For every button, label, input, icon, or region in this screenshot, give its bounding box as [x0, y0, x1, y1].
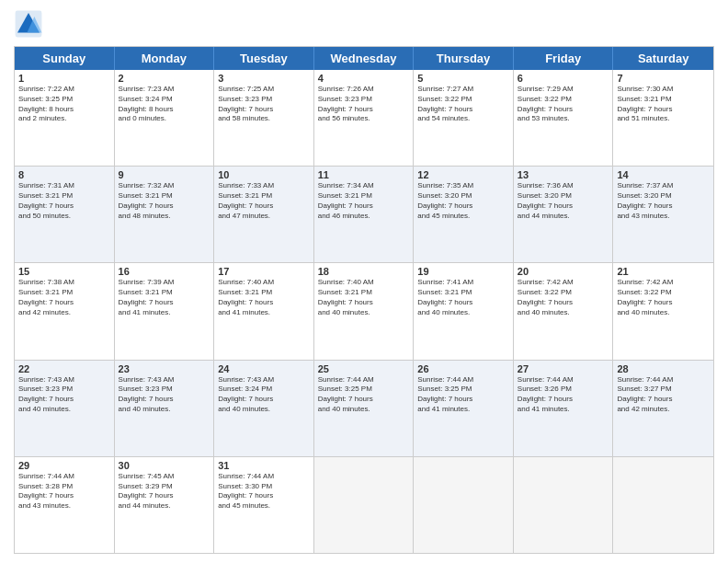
- day-cell-6: 6Sunrise: 7:29 AMSunset: 3:22 PMDaylight…: [514, 70, 614, 166]
- day-number: 12: [417, 169, 509, 180]
- calendar-week-4: 22Sunrise: 7:43 AMSunset: 3:23 PMDayligh…: [15, 360, 713, 456]
- day-number: 1: [18, 73, 110, 84]
- header-day-tuesday: Tuesday: [214, 47, 314, 70]
- day-info: Sunrise: 7:44 AMSunset: 3:28 PMDaylight:…: [18, 472, 110, 511]
- day-number: 20: [518, 266, 609, 277]
- day-info: Sunrise: 7:42 AMSunset: 3:22 PMDaylight:…: [617, 278, 710, 317]
- day-number: 6: [518, 73, 609, 84]
- day-info: Sunrise: 7:36 AMSunset: 3:20 PMDaylight:…: [518, 181, 609, 221]
- day-info: Sunrise: 7:33 AMSunset: 3:21 PMDaylight:…: [218, 181, 310, 221]
- day-number: 27: [518, 363, 609, 374]
- day-number: 21: [617, 266, 710, 277]
- day-info: Sunrise: 7:43 AMSunset: 3:23 PMDaylight:…: [119, 375, 210, 415]
- day-info: Sunrise: 7:25 AMSunset: 3:23 PMDaylight:…: [218, 85, 310, 124]
- calendar-week-5: 29Sunrise: 7:44 AMSunset: 3:28 PMDayligh…: [15, 456, 713, 553]
- day-info: Sunrise: 7:41 AMSunset: 3:21 PMDaylight:…: [417, 278, 509, 317]
- day-cell-13: 13Sunrise: 7:36 AMSunset: 3:20 PMDayligh…: [514, 167, 614, 262]
- day-info: Sunrise: 7:26 AMSunset: 3:23 PMDaylight:…: [318, 85, 410, 124]
- day-number: 16: [119, 266, 210, 277]
- empty-cell: [514, 457, 614, 553]
- day-number: 28: [617, 363, 710, 374]
- day-cell-24: 24Sunrise: 7:43 AMSunset: 3:24 PMDayligh…: [214, 361, 314, 456]
- day-info: Sunrise: 7:31 AMSunset: 3:21 PMDaylight:…: [18, 181, 110, 221]
- day-cell-20: 20Sunrise: 7:42 AMSunset: 3:22 PMDayligh…: [514, 263, 614, 359]
- day-cell-12: 12Sunrise: 7:35 AMSunset: 3:20 PMDayligh…: [414, 167, 514, 262]
- day-number: 8: [18, 169, 110, 180]
- empty-cell: [414, 457, 514, 553]
- day-info: Sunrise: 7:38 AMSunset: 3:21 PMDaylight:…: [18, 278, 110, 317]
- logo: [14, 9, 47, 39]
- logo-icon: [14, 9, 43, 39]
- day-info: Sunrise: 7:43 AMSunset: 3:24 PMDaylight:…: [218, 375, 310, 415]
- day-cell-3: 3Sunrise: 7:25 AMSunset: 3:23 PMDaylight…: [214, 70, 314, 166]
- header-day-monday: Monday: [115, 47, 215, 70]
- day-number: 13: [518, 169, 609, 180]
- day-info: Sunrise: 7:37 AMSunset: 3:20 PMDaylight:…: [617, 181, 710, 221]
- day-number: 22: [18, 363, 110, 374]
- day-number: 29: [18, 460, 110, 471]
- day-number: 3: [218, 73, 310, 84]
- empty-cell: [613, 457, 713, 553]
- day-info: Sunrise: 7:34 AMSunset: 3:21 PMDaylight:…: [318, 181, 410, 221]
- day-cell-31: 31Sunrise: 7:44 AMSunset: 3:30 PMDayligh…: [214, 457, 314, 553]
- day-cell-23: 23Sunrise: 7:43 AMSunset: 3:23 PMDayligh…: [115, 361, 215, 456]
- day-cell-22: 22Sunrise: 7:43 AMSunset: 3:23 PMDayligh…: [15, 361, 115, 456]
- day-number: 4: [318, 73, 410, 84]
- day-cell-25: 25Sunrise: 7:44 AMSunset: 3:25 PMDayligh…: [314, 361, 415, 456]
- day-info: Sunrise: 7:29 AMSunset: 3:22 PMDaylight:…: [518, 85, 609, 124]
- day-info: Sunrise: 7:35 AMSunset: 3:20 PMDaylight:…: [417, 181, 509, 221]
- day-info: Sunrise: 7:42 AMSunset: 3:22 PMDaylight:…: [518, 278, 609, 317]
- header-day-saturday: Saturday: [613, 47, 713, 70]
- day-info: Sunrise: 7:44 AMSunset: 3:26 PMDaylight:…: [518, 375, 609, 415]
- day-number: 5: [417, 73, 509, 84]
- empty-cell: [314, 457, 415, 553]
- day-cell-16: 16Sunrise: 7:39 AMSunset: 3:21 PMDayligh…: [115, 263, 215, 359]
- day-info: Sunrise: 7:22 AMSunset: 3:25 PMDaylight:…: [18, 85, 110, 124]
- day-cell-15: 15Sunrise: 7:38 AMSunset: 3:21 PMDayligh…: [15, 263, 115, 359]
- day-cell-11: 11Sunrise: 7:34 AMSunset: 3:21 PMDayligh…: [314, 167, 415, 262]
- day-cell-7: 7Sunrise: 7:30 AMSunset: 3:21 PMDaylight…: [613, 70, 713, 166]
- calendar-week-2: 8Sunrise: 7:31 AMSunset: 3:21 PMDaylight…: [15, 166, 713, 262]
- day-number: 15: [18, 266, 110, 277]
- day-number: 24: [218, 363, 310, 374]
- day-number: 9: [119, 169, 210, 180]
- day-cell-2: 2Sunrise: 7:23 AMSunset: 3:24 PMDaylight…: [115, 70, 215, 166]
- day-info: Sunrise: 7:45 AMSunset: 3:29 PMDaylight:…: [119, 472, 210, 511]
- day-number: 2: [119, 73, 210, 84]
- day-cell-14: 14Sunrise: 7:37 AMSunset: 3:20 PMDayligh…: [613, 167, 713, 262]
- calendar: SundayMondayTuesdayWednesdayThursdayFrid…: [14, 46, 714, 554]
- day-info: Sunrise: 7:44 AMSunset: 3:27 PMDaylight:…: [617, 375, 710, 415]
- day-cell-19: 19Sunrise: 7:41 AMSunset: 3:21 PMDayligh…: [414, 263, 514, 359]
- day-number: 19: [417, 266, 509, 277]
- day-cell-9: 9Sunrise: 7:32 AMSunset: 3:21 PMDaylight…: [115, 167, 215, 262]
- header-day-sunday: Sunday: [15, 47, 115, 70]
- day-cell-17: 17Sunrise: 7:40 AMSunset: 3:21 PMDayligh…: [214, 263, 314, 359]
- day-number: 23: [119, 363, 210, 374]
- day-cell-29: 29Sunrise: 7:44 AMSunset: 3:28 PMDayligh…: [15, 457, 115, 553]
- day-number: 7: [617, 73, 710, 84]
- day-number: 17: [218, 266, 310, 277]
- day-cell-30: 30Sunrise: 7:45 AMSunset: 3:29 PMDayligh…: [115, 457, 215, 553]
- day-cell-5: 5Sunrise: 7:27 AMSunset: 3:22 PMDaylight…: [414, 70, 514, 166]
- header-day-wednesday: Wednesday: [314, 47, 415, 70]
- day-number: 30: [119, 460, 210, 471]
- day-cell-1: 1Sunrise: 7:22 AMSunset: 3:25 PMDaylight…: [15, 70, 115, 166]
- day-info: Sunrise: 7:44 AMSunset: 3:25 PMDaylight:…: [417, 375, 509, 415]
- day-cell-28: 28Sunrise: 7:44 AMSunset: 3:27 PMDayligh…: [613, 361, 713, 456]
- day-info: Sunrise: 7:40 AMSunset: 3:21 PMDaylight:…: [218, 278, 310, 317]
- day-info: Sunrise: 7:44 AMSunset: 3:30 PMDaylight:…: [218, 472, 310, 511]
- page-header: [14, 9, 714, 39]
- calendar-week-3: 15Sunrise: 7:38 AMSunset: 3:21 PMDayligh…: [15, 262, 713, 359]
- day-cell-10: 10Sunrise: 7:33 AMSunset: 3:21 PMDayligh…: [214, 167, 314, 262]
- day-info: Sunrise: 7:23 AMSunset: 3:24 PMDaylight:…: [119, 85, 210, 124]
- day-info: Sunrise: 7:43 AMSunset: 3:23 PMDaylight:…: [18, 375, 110, 415]
- day-info: Sunrise: 7:27 AMSunset: 3:22 PMDaylight:…: [417, 85, 509, 124]
- calendar-body: 1Sunrise: 7:22 AMSunset: 3:25 PMDaylight…: [15, 70, 713, 553]
- day-number: 18: [318, 266, 410, 277]
- day-info: Sunrise: 7:30 AMSunset: 3:21 PMDaylight:…: [617, 85, 710, 124]
- header-day-friday: Friday: [514, 47, 614, 70]
- calendar-week-1: 1Sunrise: 7:22 AMSunset: 3:25 PMDaylight…: [15, 70, 713, 166]
- day-cell-26: 26Sunrise: 7:44 AMSunset: 3:25 PMDayligh…: [414, 361, 514, 456]
- day-number: 26: [417, 363, 509, 374]
- day-info: Sunrise: 7:40 AMSunset: 3:21 PMDaylight:…: [318, 278, 410, 317]
